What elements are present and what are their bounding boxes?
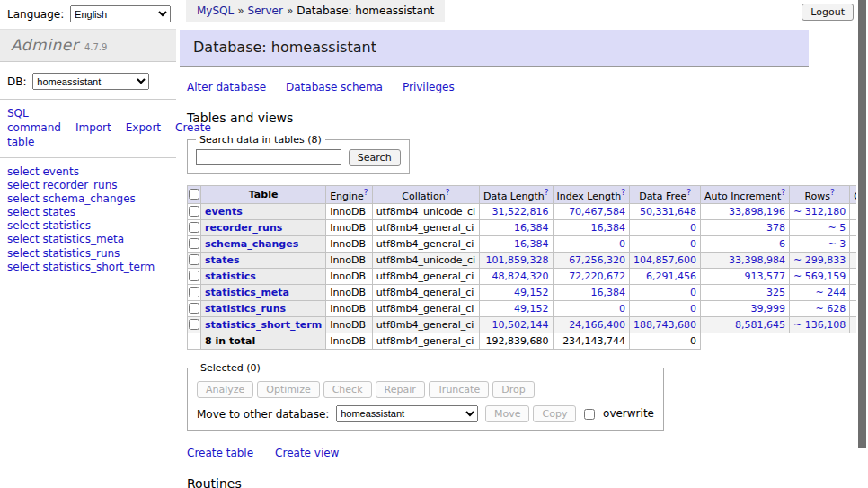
help-icon[interactable]: ? xyxy=(446,188,450,197)
table-link-statistics_runs[interactable]: statistics_runs xyxy=(205,303,286,315)
table-link-statistics_meta[interactable]: statistics_meta xyxy=(205,287,289,298)
rows-estimate-link[interactable]: ~ 3 xyxy=(828,238,846,250)
data-free-link[interactable]: 50,331,648 xyxy=(640,206,696,217)
link-create-table[interactable]: Create table xyxy=(187,447,253,459)
row-checkbox[interactable] xyxy=(189,222,199,233)
data-free-link[interactable]: 0 xyxy=(690,238,696,250)
sidebar-item-states[interactable]: select states xyxy=(7,206,169,218)
analyze-button[interactable]: Analyze xyxy=(197,381,253,398)
breadcrumb-link[interactable]: Server xyxy=(248,4,283,17)
repair-button[interactable]: Repair xyxy=(376,381,425,398)
breadcrumb-link[interactable]: MySQL xyxy=(197,4,234,17)
optimize-button[interactable]: Optimize xyxy=(257,381,319,398)
help-icon[interactable]: ? xyxy=(545,188,549,197)
link-privileges[interactable]: Privileges xyxy=(403,81,455,93)
help-icon[interactable]: ? xyxy=(781,188,785,197)
drop-button[interactable]: Drop xyxy=(492,381,534,398)
sidebar-action-sql-command[interactable]: SQL command xyxy=(7,107,61,134)
truncate-button[interactable]: Truncate xyxy=(429,381,489,398)
row-checkbox[interactable] xyxy=(189,319,199,330)
index-length-link[interactable]: 16,384 xyxy=(591,222,626,234)
rows-estimate-link[interactable]: ~ 312,180 xyxy=(793,206,846,217)
help-icon[interactable]: ? xyxy=(621,188,625,197)
index-length-link[interactable]: 24,166,400 xyxy=(569,319,625,331)
table-link-schema_changes[interactable]: schema_changes xyxy=(205,238,298,250)
data-length-link[interactable]: 49,152 xyxy=(514,287,549,298)
sidebar-item-statistics[interactable]: select statistics xyxy=(7,219,169,232)
data-length-link[interactable]: 49,152 xyxy=(514,303,549,315)
help-icon[interactable]: ? xyxy=(830,188,835,197)
sidebar-action-import[interactable]: Import xyxy=(75,121,111,134)
index-length-link[interactable]: 0 xyxy=(619,238,625,250)
auto-increment-link[interactable]: 913,577 xyxy=(745,271,786,282)
rows-estimate-link[interactable]: ~ 136,108 xyxy=(793,319,846,331)
data-length-link[interactable]: 16,384 xyxy=(514,238,549,250)
data-length-link[interactable]: 31,522,816 xyxy=(492,206,549,217)
sidebar-item-statistics_short_term[interactable]: select statistics_short_term xyxy=(7,261,169,273)
help-icon[interactable]: ? xyxy=(364,188,368,197)
auto-increment-link[interactable]: 6 xyxy=(779,238,785,250)
move-db-select[interactable]: homeassistant xyxy=(336,405,478,422)
auto-increment-link[interactable]: 33,398,984 xyxy=(729,254,785,266)
data-length-link[interactable]: 101,859,328 xyxy=(486,254,549,266)
auto-increment-link[interactable]: 33,898,196 xyxy=(729,206,785,217)
sidebar-item-schema_changes[interactable]: select schema_changes xyxy=(7,192,169,205)
link-database-schema[interactable]: Database schema xyxy=(286,81,383,93)
index-length-link[interactable]: 16,384 xyxy=(591,287,626,298)
rows-estimate-link[interactable]: ~ 244 xyxy=(815,287,846,298)
data-free-link[interactable]: 188,743,680 xyxy=(633,319,696,331)
link-alter-database[interactable]: Alter database xyxy=(187,81,266,93)
data-free-link[interactable]: 0 xyxy=(690,222,696,234)
table-link-states[interactable]: states xyxy=(205,254,240,266)
logout-button[interactable]: Logout xyxy=(802,4,854,21)
data-free-link[interactable]: 6,291,456 xyxy=(646,271,696,282)
rows-estimate-link[interactable]: ~ 5 xyxy=(828,222,846,234)
rows-estimate-link[interactable]: ~ 299,833 xyxy=(793,254,846,266)
data-free-link[interactable]: 0 xyxy=(690,287,696,298)
row-checkbox[interactable] xyxy=(189,254,199,265)
table-link-statistics_short_term[interactable]: statistics_short_term xyxy=(205,319,322,331)
adminer-logo[interactable]: Adminer xyxy=(11,36,78,54)
row-checkbox[interactable] xyxy=(189,206,199,217)
data-free-link[interactable]: 0 xyxy=(690,303,696,315)
copy-button[interactable]: Copy xyxy=(533,405,576,422)
auto-increment-link[interactable]: 325 xyxy=(766,287,785,298)
help-icon[interactable]: ? xyxy=(686,188,691,197)
data-length-link[interactable]: 16,384 xyxy=(514,222,549,234)
sidebar-action-export[interactable]: Export xyxy=(126,121,161,134)
table-link-statistics[interactable]: statistics xyxy=(205,271,256,282)
link-create-view[interactable]: Create view xyxy=(275,447,339,459)
index-length-link[interactable]: 67,256,320 xyxy=(569,254,625,266)
index-length-link[interactable]: 0 xyxy=(619,303,625,315)
search-input[interactable] xyxy=(196,149,341,165)
auto-increment-link[interactable]: 378 xyxy=(766,222,785,234)
sidebar-item-recorder_runs[interactable]: select recorder_runs xyxy=(7,179,169,191)
data-free-link[interactable]: 104,857,600 xyxy=(633,254,696,266)
search-button[interactable]: Search xyxy=(349,149,401,166)
data-length-link[interactable]: 48,824,320 xyxy=(492,271,549,282)
row-checkbox[interactable] xyxy=(189,271,199,281)
row-checkbox[interactable] xyxy=(189,287,199,297)
table-link-events[interactable]: events xyxy=(205,206,243,217)
scrollbar-track[interactable] xyxy=(856,0,868,488)
row-checkbox[interactable] xyxy=(189,303,199,314)
select-all-checkbox[interactable] xyxy=(189,189,199,200)
scrollbar-thumb[interactable] xyxy=(858,0,866,448)
db-select[interactable]: homeassistant xyxy=(32,73,149,90)
table-link-recorder_runs[interactable]: recorder_runs xyxy=(205,222,282,234)
check-button[interactable]: Check xyxy=(323,381,372,398)
auto-increment-link[interactable]: 39,999 xyxy=(751,303,786,315)
auto-increment-link[interactable]: 8,581,645 xyxy=(735,319,785,331)
rows-estimate-link[interactable]: ~ 628 xyxy=(815,303,846,315)
sidebar-item-events[interactable]: select events xyxy=(7,165,169,178)
sidebar-item-statistics_meta[interactable]: select statistics_meta xyxy=(7,233,169,245)
language-select[interactable]: English xyxy=(70,5,171,22)
data-length-link[interactable]: 10,502,144 xyxy=(492,319,549,331)
overwrite-checkbox[interactable] xyxy=(584,409,595,420)
index-length-link[interactable]: 70,467,584 xyxy=(569,206,625,217)
row-checkbox[interactable] xyxy=(189,238,199,249)
move-button[interactable]: Move xyxy=(485,405,530,422)
rows-estimate-link[interactable]: ~ 569,159 xyxy=(793,271,846,282)
sidebar-item-statistics_runs[interactable]: select statistics_runs xyxy=(7,247,169,260)
index-length-link[interactable]: 72,220,672 xyxy=(569,271,625,282)
